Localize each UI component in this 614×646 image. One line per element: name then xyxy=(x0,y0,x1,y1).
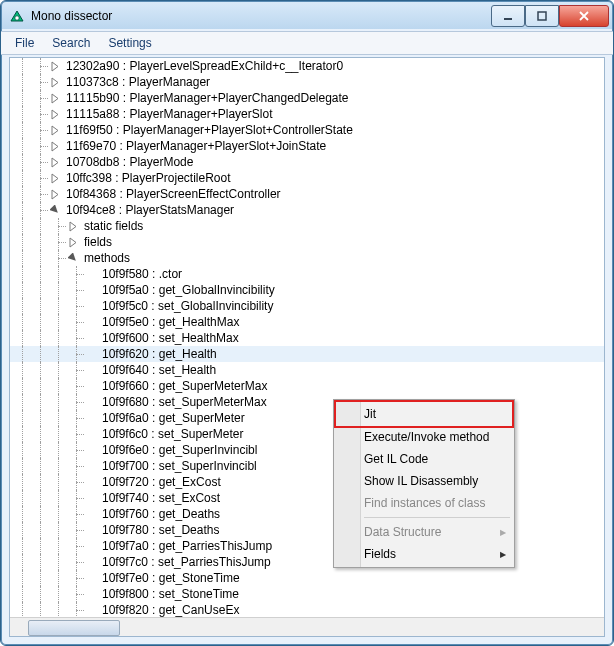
expand-icon[interactable] xyxy=(68,237,79,248)
expand-icon[interactable] xyxy=(68,253,79,264)
maximize-button[interactable] xyxy=(525,5,559,27)
expand-icon xyxy=(86,525,97,536)
expand-icon xyxy=(86,301,97,312)
expand-icon xyxy=(86,557,97,568)
tree-label: 10f9f680 : set_SuperMeterMax xyxy=(100,395,267,409)
expand-icon xyxy=(86,605,97,616)
application-window: Mono dissector File Search Settings 1230… xyxy=(0,0,614,646)
context-menu: JitExecute/Invoke methodGet IL CodeShow … xyxy=(333,399,515,568)
expand-icon xyxy=(86,573,97,584)
tree-class[interactable]: 11115a88 : PlayerManager+PlayerSlot xyxy=(10,106,604,122)
tree-class[interactable]: 10f84368 : PlayerScreenEffectController xyxy=(10,186,604,202)
expand-icon[interactable] xyxy=(50,189,61,200)
tree-label: 10f9f5e0 : get_HealthMax xyxy=(100,315,239,329)
expand-icon xyxy=(86,477,97,488)
tree-section[interactable]: methods xyxy=(10,250,604,266)
tree-method[interactable]: 10f9f660 : get_SuperMeterMax xyxy=(10,378,604,394)
expand-icon xyxy=(86,445,97,456)
tree-label: 10f9f700 : set_SuperInvincibl xyxy=(100,459,257,473)
tree-class[interactable]: 11f69e70 : PlayerManager+PlayerSlot+Join… xyxy=(10,138,604,154)
tree-class-expanded[interactable]: 10f94ce8 : PlayerStatsManager xyxy=(10,202,604,218)
tree-label: 11f69f50 : PlayerManager+PlayerSlot+Cont… xyxy=(64,123,353,137)
tree-label: 10f9f6c0 : set_SuperMeter xyxy=(100,427,243,441)
context-menu-item: Find instances of class xyxy=(336,492,512,514)
tree-label: 10f9f820 : get_CanUseEx xyxy=(100,603,239,617)
expand-icon[interactable] xyxy=(50,157,61,168)
tree-label: 10f9f580 : .ctor xyxy=(100,267,182,281)
tree-method[interactable]: 10f9f5e0 : get_HealthMax xyxy=(10,314,604,330)
tree-section[interactable]: static fields xyxy=(10,218,604,234)
expand-icon[interactable] xyxy=(50,61,61,72)
tree-method[interactable]: 10f9f5a0 : get_GlobalInvincibility xyxy=(10,282,604,298)
tree-label: 10f9f7e0 : get_StoneTime xyxy=(100,571,240,585)
tree-method[interactable]: 10f9f640 : set_Health xyxy=(10,362,604,378)
expand-icon[interactable] xyxy=(50,205,61,216)
tree-label: 11115b90 : PlayerManager+PlayerChangedDe… xyxy=(64,91,349,105)
tree-label: 10f9f720 : get_ExCost xyxy=(100,475,221,489)
expand-icon xyxy=(86,429,97,440)
expand-icon xyxy=(86,493,97,504)
tree-label: 10f9f660 : get_SuperMeterMax xyxy=(100,379,267,393)
tree-method[interactable]: 10f9f580 : .ctor xyxy=(10,266,604,282)
expand-icon[interactable] xyxy=(50,93,61,104)
menu-settings[interactable]: Settings xyxy=(100,34,159,52)
tree-method[interactable]: 10f9f620 : get_Health xyxy=(10,346,604,362)
expand-icon xyxy=(86,541,97,552)
tree-label: 10708db8 : PlayerMode xyxy=(64,155,193,169)
expand-icon xyxy=(86,509,97,520)
context-menu-item[interactable]: Jit xyxy=(334,400,514,428)
tree-label: 10f9f7a0 : get_ParriesThisJump xyxy=(100,539,272,553)
horizontal-scrollbar[interactable] xyxy=(10,617,604,636)
tree-class[interactable]: 10708db8 : PlayerMode xyxy=(10,154,604,170)
expand-icon[interactable] xyxy=(68,221,79,232)
menu-file[interactable]: File xyxy=(7,34,42,52)
tree-label: 10f9f6e0 : get_SuperInvincibl xyxy=(100,443,257,457)
tree-method[interactable]: 10f9f7e0 : get_StoneTime xyxy=(10,570,604,586)
expand-icon xyxy=(86,381,97,392)
expand-icon[interactable] xyxy=(50,141,61,152)
expand-icon xyxy=(86,269,97,280)
tree-method[interactable]: 10f9f600 : set_HealthMax xyxy=(10,330,604,346)
tree-label: 10f9f760 : get_Deaths xyxy=(100,507,220,521)
expand-icon[interactable] xyxy=(50,109,61,120)
tree-label: 10f9f640 : set_Health xyxy=(100,363,216,377)
menu-search[interactable]: Search xyxy=(44,34,98,52)
tree-label: 10f9f620 : get_Health xyxy=(100,347,217,361)
tree-label: fields xyxy=(82,235,112,249)
tree-label: 10f9f600 : set_HealthMax xyxy=(100,331,239,345)
expand-icon[interactable] xyxy=(50,77,61,88)
tree-label: 10ffc398 : PlayerProjectileRoot xyxy=(64,171,231,185)
tree-label: 12302a90 : PlayerLevelSpreadExChild+c__I… xyxy=(64,59,343,73)
tree-method[interactable]: 10f9f800 : set_StoneTime xyxy=(10,586,604,602)
scrollbar-thumb[interactable] xyxy=(28,620,120,636)
tree-method[interactable]: 10f9f5c0 : set_GlobalInvincibility xyxy=(10,298,604,314)
tree-label: 10f9f800 : set_StoneTime xyxy=(100,587,239,601)
tree-class[interactable]: 12302a90 : PlayerLevelSpreadExChild+c__I… xyxy=(10,58,604,74)
tree-label: 10f9f740 : set_ExCost xyxy=(100,491,220,505)
minimize-button[interactable] xyxy=(491,5,525,27)
context-menu-item[interactable]: Execute/Invoke method xyxy=(336,426,512,448)
tree-label: methods xyxy=(82,251,130,265)
tree-label: 11f69e70 : PlayerManager+PlayerSlot+Join… xyxy=(64,139,326,153)
tree-label: 110373c8 : PlayerManager xyxy=(64,75,210,89)
tree-class[interactable]: 11f69f50 : PlayerManager+PlayerSlot+Cont… xyxy=(10,122,604,138)
titlebar[interactable]: Mono dissector xyxy=(1,1,613,31)
close-button[interactable] xyxy=(559,5,609,27)
context-menu-item[interactable]: Fields xyxy=(336,543,512,565)
tree-class[interactable]: 110373c8 : PlayerManager xyxy=(10,74,604,90)
expand-icon[interactable] xyxy=(50,173,61,184)
window-buttons xyxy=(491,5,609,27)
context-menu-item[interactable]: Show IL Disassembly xyxy=(336,470,512,492)
expand-icon xyxy=(86,397,97,408)
tree-label: 11115a88 : PlayerManager+PlayerSlot xyxy=(64,107,272,121)
tree-class[interactable]: 11115b90 : PlayerManager+PlayerChangedDe… xyxy=(10,90,604,106)
tree-section[interactable]: fields xyxy=(10,234,604,250)
tree-class[interactable]: 10ffc398 : PlayerProjectileRoot xyxy=(10,170,604,186)
tree-method[interactable]: 10f9f820 : get_CanUseEx xyxy=(10,602,604,618)
tree-label: 10f9f5c0 : set_GlobalInvincibility xyxy=(100,299,273,313)
expand-icon xyxy=(86,317,97,328)
expand-icon[interactable] xyxy=(50,125,61,136)
window-title: Mono dissector xyxy=(31,9,485,23)
svg-point-0 xyxy=(15,16,19,20)
context-menu-item[interactable]: Get IL Code xyxy=(336,448,512,470)
